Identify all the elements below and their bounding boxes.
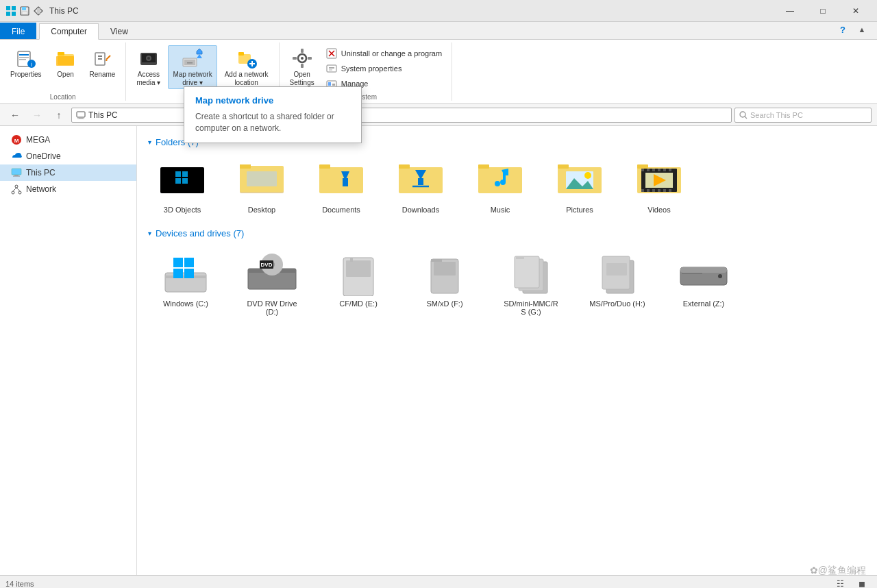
svg-rect-95 bbox=[641, 169, 644, 171]
status-bar: 14 items ☷ ◼ bbox=[0, 575, 877, 588]
folder-desktop[interactable]: Desktop bbox=[227, 156, 296, 217]
system-properties-item[interactable]: System properties bbox=[322, 62, 446, 75]
map-network-drive-dropdown: Map network drive Create a shortcut to a… bbox=[184, 86, 362, 143]
tab-view[interactable]: View bbox=[99, 23, 140, 39]
uninstall-icon bbox=[326, 48, 337, 59]
pictures-label: Pictures bbox=[566, 206, 593, 214]
svg-line-65 bbox=[16, 188, 20, 191]
svg-rect-49 bbox=[328, 82, 331, 86]
main-area: M MEGA OneDrive This PC bbox=[0, 126, 877, 575]
svg-point-54 bbox=[740, 112, 745, 117]
open-settings-label: OpenSettings bbox=[290, 71, 314, 87]
sidebar-item-onedrive[interactable]: OneDrive bbox=[0, 148, 136, 164]
svg-rect-74 bbox=[247, 171, 277, 186]
rename-button[interactable]: Rename bbox=[85, 45, 121, 81]
svg-rect-96 bbox=[647, 169, 650, 171]
svg-rect-136 bbox=[682, 273, 702, 274]
maximize-button[interactable]: □ bbox=[807, 0, 839, 22]
add-network-location-icon bbox=[236, 47, 258, 69]
location-group-label: Location bbox=[5, 92, 120, 101]
system-items-list: Uninstall or change a program System pro… bbox=[322, 45, 446, 92]
cfmd-e-icon bbox=[331, 250, 386, 298]
open-icon bbox=[55, 47, 77, 69]
svg-rect-98 bbox=[658, 169, 660, 171]
help-button[interactable]: ? bbox=[833, 20, 852, 39]
svg-rect-50 bbox=[332, 84, 335, 86]
folder-music[interactable]: Music bbox=[466, 156, 534, 217]
dropdown-body: Create a shortcut to a shared folder or … bbox=[195, 111, 350, 134]
drive-dvd-d[interactable]: DVD DVD RW Drive(D:) bbox=[234, 247, 310, 319]
pictures-icon bbox=[552, 159, 607, 203]
close-button[interactable]: ✕ bbox=[840, 0, 872, 22]
access-media-button[interactable]: Accessmedia ▾ bbox=[132, 45, 165, 89]
smxd-f-icon bbox=[417, 250, 472, 298]
drive-cfmd-e[interactable]: CF/MD (E:) bbox=[321, 247, 396, 319]
onedrive-icon bbox=[11, 151, 22, 162]
network-buttons: Accessmedia ▾ Map networkdrive ▾ bbox=[132, 42, 273, 92]
back-button[interactable]: ← bbox=[5, 106, 25, 125]
svg-rect-100 bbox=[669, 169, 671, 171]
ribbon-collapse-button[interactable]: ▲ bbox=[852, 20, 872, 39]
svg-rect-16 bbox=[58, 52, 64, 56]
drives-grid: Windows (C:) DVD bbox=[148, 247, 866, 319]
folder-videos[interactable]: Videos bbox=[625, 156, 693, 217]
sidebar-item-mega[interactable]: M MEGA bbox=[0, 132, 136, 148]
forward-button[interactable]: → bbox=[27, 106, 47, 125]
svg-rect-125 bbox=[434, 262, 456, 275]
sidebar-onedrive-label: OneDrive bbox=[26, 151, 61, 161]
svg-rect-17 bbox=[56, 56, 74, 66]
svg-rect-75 bbox=[319, 167, 363, 193]
uninstall-item[interactable]: Uninstall or change a program bbox=[322, 47, 446, 60]
svg-rect-97 bbox=[652, 169, 655, 171]
open-label: Open bbox=[57, 71, 73, 79]
svg-rect-58 bbox=[12, 169, 21, 175]
tab-computer[interactable]: Computer bbox=[39, 23, 99, 40]
downloads-icon bbox=[393, 159, 448, 203]
open-button[interactable]: Open bbox=[49, 45, 82, 81]
open-settings-button[interactable]: OpenSettings bbox=[285, 45, 319, 89]
svg-rect-80 bbox=[399, 164, 410, 169]
svg-rect-32 bbox=[238, 52, 244, 56]
svg-rect-130 bbox=[516, 256, 524, 259]
properties-button[interactable]: i Properties bbox=[5, 45, 47, 81]
svg-rect-123 bbox=[350, 258, 353, 262]
desktop-label: Desktop bbox=[248, 206, 275, 214]
folder-documents[interactable]: Documents bbox=[307, 156, 375, 217]
address-bar-area: ← → ↑ This PC Search This PC bbox=[0, 104, 877, 126]
save-icon bbox=[19, 5, 30, 16]
svg-rect-88 bbox=[558, 164, 569, 169]
quick-access-icon bbox=[33, 5, 44, 16]
rename-label: Rename bbox=[90, 71, 116, 79]
drive-smxd-f[interactable]: SM/xD (F:) bbox=[407, 247, 482, 319]
sd-g-icon bbox=[504, 250, 558, 298]
search-box[interactable]: Search This PC bbox=[734, 108, 872, 123]
folder-downloads[interactable]: Downloads bbox=[386, 156, 455, 217]
sidebar-item-thispc[interactable]: This PC bbox=[0, 164, 136, 181]
devices-section-header[interactable]: ▾ Devices and drives (7) bbox=[148, 228, 866, 238]
minimize-button[interactable]: — bbox=[774, 0, 806, 22]
folder-3dobjects[interactable]: 3D Objects bbox=[148, 156, 217, 217]
drive-windows-c[interactable]: Windows (C:) bbox=[148, 247, 223, 319]
svg-rect-106 bbox=[669, 189, 671, 192]
up-button[interactable]: ↑ bbox=[49, 106, 69, 125]
map-network-drive-button[interactable]: Map networkdrive ▾ bbox=[168, 45, 217, 89]
mega-icon: M bbox=[11, 134, 22, 145]
folder-pictures[interactable]: Pictures bbox=[545, 156, 614, 217]
drive-mspro-h[interactable]: MS/Pro/Duo (H:) bbox=[580, 247, 655, 319]
svg-rect-104 bbox=[658, 189, 660, 192]
drive-sd-g[interactable]: SD/mini-MMC/RS (G:) bbox=[493, 247, 569, 319]
dvd-d-label: DVD RW Drive(D:) bbox=[247, 299, 297, 316]
drive-external-z[interactable]: External (Z:) bbox=[666, 247, 741, 319]
sidebar-mega-label: MEGA bbox=[26, 135, 50, 145]
svg-point-137 bbox=[718, 274, 722, 278]
svg-rect-105 bbox=[663, 189, 666, 192]
address-box[interactable]: This PC bbox=[71, 108, 732, 123]
svg-rect-101 bbox=[641, 189, 644, 192]
mspro-h-label: MS/Pro/Duo (H:) bbox=[589, 299, 645, 308]
svg-rect-126 bbox=[431, 259, 442, 262]
add-network-location-button[interactable]: Add a networklocation bbox=[220, 45, 273, 89]
sidebar-item-network[interactable]: Network bbox=[0, 181, 136, 197]
tab-file[interactable]: File bbox=[0, 23, 36, 39]
3dobjects-label: 3D Objects bbox=[164, 206, 201, 214]
documents-icon bbox=[314, 159, 369, 203]
